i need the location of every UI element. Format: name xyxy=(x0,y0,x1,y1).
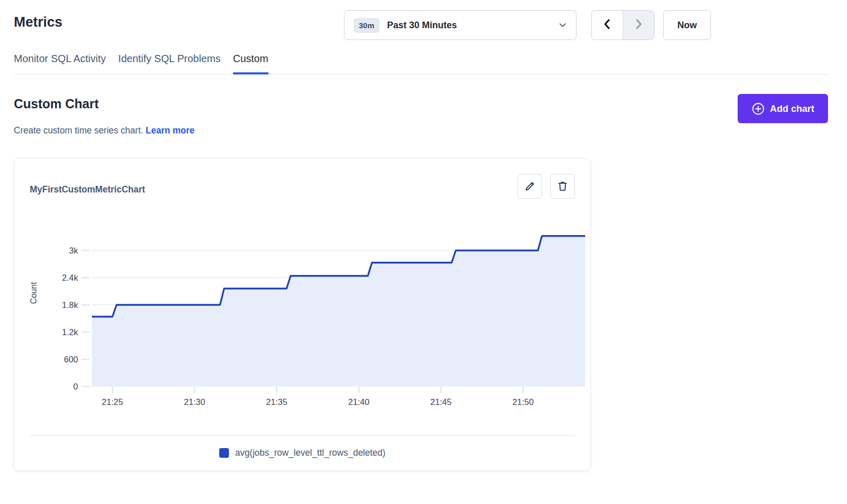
chevron-left-icon xyxy=(602,18,612,32)
svg-text:21:40: 21:40 xyxy=(348,397,369,406)
svg-text:2.4k: 2.4k xyxy=(62,273,79,282)
now-button-label: Now xyxy=(678,20,697,31)
svg-text:0: 0 xyxy=(73,382,78,391)
svg-text:600: 600 xyxy=(64,355,78,364)
learn-more-link[interactable]: Learn more xyxy=(146,125,195,135)
next-time-button-disabled[interactable] xyxy=(623,11,654,40)
svg-text:1.2k: 1.2k xyxy=(62,327,79,337)
chevron-down-icon xyxy=(559,21,567,29)
chart-title: MyFirstCustomMetricChart xyxy=(30,178,145,195)
svg-text:21:45: 21:45 xyxy=(430,397,451,406)
now-button[interactable]: Now xyxy=(663,10,711,40)
chart-card-actions xyxy=(517,174,575,199)
pencil-icon xyxy=(524,181,535,192)
legend-swatch xyxy=(219,448,229,458)
subtitle-text: Create custom time series chart. xyxy=(14,125,143,135)
time-range-label: Past 30 Minutes xyxy=(387,20,559,31)
svg-text:1.8k: 1.8k xyxy=(62,300,79,309)
legend-divider xyxy=(30,435,575,436)
chart-card-header: MyFirstCustomMetricChart xyxy=(30,174,575,199)
plus-circle-icon xyxy=(752,102,765,115)
time-range-badge: 30m xyxy=(354,18,379,33)
edit-chart-button[interactable] xyxy=(517,174,542,199)
chart-legend: avg(jobs_row_level_ttl_rows_deleted) xyxy=(14,448,590,458)
legend-label: avg(jobs_row_level_ttl_rows_deleted) xyxy=(235,448,386,458)
svg-text:21:50: 21:50 xyxy=(512,397,533,406)
section-heading: Custom Chart xyxy=(14,96,99,111)
add-chart-label: Add chart xyxy=(770,103,814,114)
chevron-right-icon xyxy=(633,18,644,32)
tab-identify-sql-problems[interactable]: Identify SQL Problems xyxy=(118,53,220,74)
metrics-page: Metrics 30m Past 30 Minutes Now Monitor … xyxy=(0,0,847,504)
time-range-dropdown[interactable]: 30m Past 30 Minutes xyxy=(344,10,576,40)
previous-time-button[interactable] xyxy=(592,11,623,40)
svg-text:21:30: 21:30 xyxy=(184,397,205,406)
delete-chart-button[interactable] xyxy=(550,174,575,199)
metrics-tabs: Monitor SQL Activity Identify SQL Proble… xyxy=(14,53,828,74)
tab-monitor-sql-activity[interactable]: Monitor SQL Activity xyxy=(14,53,106,74)
section-subtitle: Create custom time series chart. Learn m… xyxy=(14,125,195,136)
svg-text:21:35: 21:35 xyxy=(266,397,287,406)
svg-text:21:25: 21:25 xyxy=(102,397,123,406)
add-chart-button[interactable]: Add chart xyxy=(738,94,828,123)
time-step-button-group xyxy=(591,10,654,40)
custom-metric-chart-card: MyFirstCustomMetricChart xyxy=(14,158,591,471)
svg-text:Count: Count xyxy=(29,282,38,304)
trash-icon xyxy=(557,181,568,192)
svg-text:3k: 3k xyxy=(69,246,79,255)
tab-custom[interactable]: Custom xyxy=(233,53,268,74)
page-title: Metrics xyxy=(14,14,63,30)
time-series-chart[interactable]: 06001.2k1.8k2.4k3kCount21:2521:3021:3521… xyxy=(14,212,591,412)
